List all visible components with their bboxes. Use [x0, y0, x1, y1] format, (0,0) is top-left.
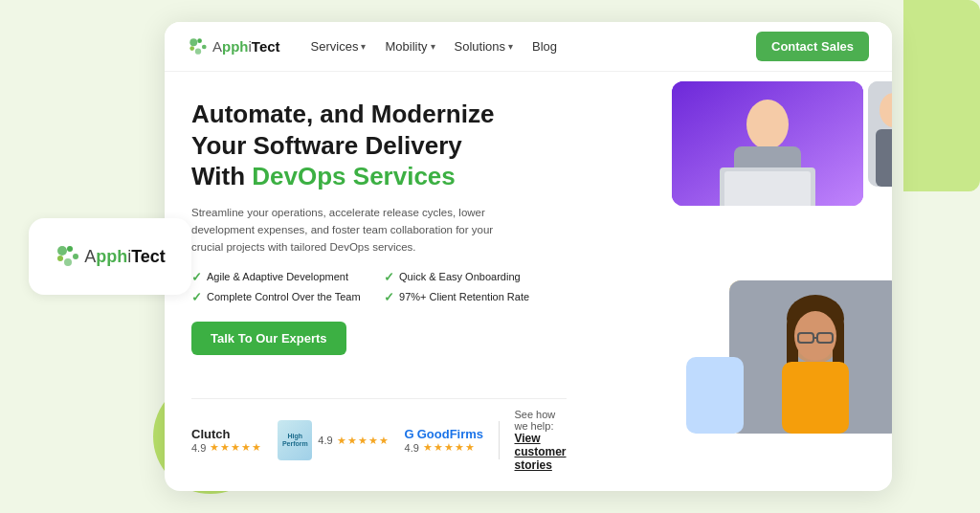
hero-image-top-right — [868, 81, 892, 187]
navbar: ApphiTect Services ▾ Mobility ▾ Solution… — [165, 22, 892, 72]
svg-point-11 — [746, 100, 789, 149]
hero-left: Automate, and Modernize Your Software De… — [165, 72, 593, 491]
svg-rect-17 — [876, 129, 892, 187]
logo-card: ApphiTect — [29, 218, 191, 295]
svg-point-2 — [57, 256, 63, 261]
ratings-row: Clutch 4.9 ★★★★★ HighPerform 4.9 ★★★★★ — [191, 398, 567, 472]
clutch-score: 4.9 — [191, 442, 206, 454]
hero-image-bottom-left — [686, 357, 744, 434]
hero-title: Automate, and Modernize Your Software De… — [191, 99, 567, 192]
woman-svg — [729, 280, 892, 434]
logo-icon — [55, 243, 81, 270]
check-icon: ✓ — [191, 290, 202, 304]
clutch-rating: Clutch 4.9 ★★★★★ — [191, 427, 262, 454]
goodfirms-stars: ★★★★★ — [423, 441, 476, 454]
see-how-section: See how we help: View customer stories — [514, 409, 567, 472]
svg-point-3 — [64, 258, 72, 266]
goodfirms-name: GoodFirms — [417, 427, 483, 441]
contact-sales-button[interactable]: Contact Sales — [756, 32, 869, 61]
svg-point-8 — [195, 48, 201, 54]
nav-logo[interactable]: ApphiTect — [188, 36, 280, 57]
logo-text: ApphiTect — [84, 247, 166, 267]
sprint-stars: ★★★★★ — [337, 435, 390, 447]
chevron-down-icon: ▾ — [508, 41, 513, 52]
nav-solutions[interactable]: Solutions ▾ — [455, 39, 513, 54]
nav-logo-text: ApphiTect — [212, 38, 280, 55]
svg-rect-14 — [724, 171, 811, 206]
svg-point-24 — [794, 311, 836, 361]
nav-mobility[interactable]: Mobility ▾ — [385, 39, 434, 54]
sprint-rating: HighPerform 4.9 ★★★★★ — [278, 420, 389, 460]
svg-point-6 — [197, 38, 202, 43]
decorative-rect — [903, 0, 980, 191]
browser-window: ApphiTect Services ▾ Mobility ▾ Solution… — [165, 22, 892, 491]
svg-point-0 — [57, 246, 67, 256]
person-laptop-svg — [672, 81, 863, 206]
svg-point-4 — [73, 254, 78, 259]
nav-blog[interactable]: Blog — [532, 39, 557, 54]
feature-1: ✓ Agile & Adaptive Development — [191, 270, 374, 284]
svg-point-7 — [189, 46, 194, 51]
laptop-person-image — [672, 81, 863, 206]
talk-to-experts-button[interactable]: Talk To Our Experts — [191, 322, 346, 355]
check-icon: ✓ — [384, 270, 394, 284]
hero-description: Streamline your operations, accelerate r… — [191, 204, 498, 256]
goodfirms-g-icon: G — [405, 427, 414, 441]
hero-section: Automate, and Modernize Your Software De… — [165, 72, 892, 491]
nav-services[interactable]: Services ▾ — [311, 39, 367, 54]
goodfirms-rating: G GoodFirms 4.9 ★★★★★ — [405, 427, 483, 454]
clutch-stars: ★★★★★ — [210, 441, 262, 454]
view-stories-link[interactable]: View customer stories — [514, 432, 567, 472]
sidebar-logo: ApphiTect — [55, 243, 166, 270]
check-icon: ✓ — [191, 270, 202, 284]
hero-image-top — [672, 81, 863, 206]
svg-rect-28 — [782, 362, 849, 434]
feature-4: ✓ 97%+ Client Retention Rate — [384, 290, 567, 304]
person-right-svg — [868, 81, 892, 187]
svg-point-5 — [189, 38, 197, 46]
sprint-score: 4.9 — [318, 435, 332, 446]
goodfirms-score: 4.9 — [405, 442, 419, 454]
svg-point-1 — [67, 246, 73, 252]
nav-links: Services ▾ Mobility ▾ Solutions ▾ Blog — [311, 39, 756, 54]
check-icon: ✓ — [384, 290, 394, 304]
feature-2: ✓ Quick & Easy Onboarding — [384, 270, 567, 284]
see-how-label: See how we help: — [514, 409, 567, 432]
hero-right — [593, 72, 892, 491]
sprint-badge: HighPerform — [278, 420, 312, 460]
svg-point-9 — [202, 44, 207, 49]
clutch-name: Clutch — [191, 427, 230, 441]
hero-content: Automate, and Modernize Your Software De… — [191, 99, 567, 372]
feature-3: ✓ Complete Control Over the Team — [191, 290, 374, 304]
features-grid: ✓ Agile & Adaptive Development ✓ Quick &… — [191, 270, 567, 304]
hero-image-bottom — [729, 280, 892, 434]
chevron-down-icon: ▾ — [431, 41, 435, 52]
chevron-down-icon: ▾ — [361, 41, 366, 52]
nav-logo-icon — [188, 36, 209, 57]
